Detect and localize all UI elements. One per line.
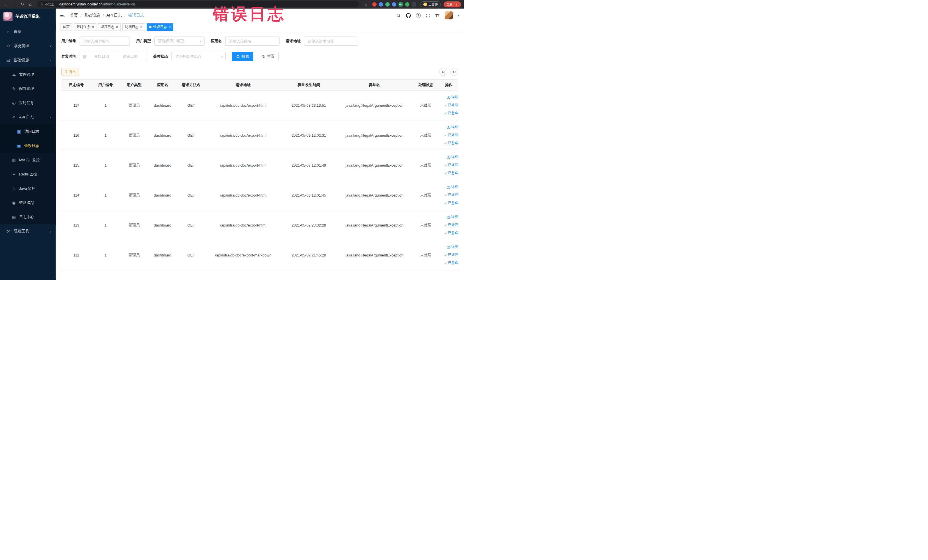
breadcrumb-item[interactable]: API 日志 [107,13,122,18]
sidebar-item-dev-tools[interactable]: ⚒研发工具∨ [0,224,56,238]
reload-icon[interactable]: ↻ [19,1,26,8]
extension-blue-drop-icon[interactable] [379,2,383,6]
sidebar-item-trace[interactable]: ◉链路追踪 [0,196,56,210]
bookmark-star-icon[interactable]: ☆ [363,1,369,8]
warning-icon: ⚠ [41,3,43,6]
sidebar-item-home[interactable]: ⌂首页 [0,24,56,39]
ignored-link[interactable]: ✓已忽略 [439,169,458,177]
sidebar-item-label: API 日志 [19,115,34,120]
column-header: 用户编号 [91,79,120,90]
search-icon[interactable] [396,13,401,18]
caret-down-icon[interactable]: ▾ [458,14,459,17]
sidebar-item-config-management[interactable]: ✎配置管理 [0,82,56,96]
font-size-icon[interactable]: TT [435,13,440,18]
ignored-link[interactable]: ✓已忽略 [439,199,458,207]
processed-link[interactable]: ✓已处理 [439,101,458,109]
smiley-extension-icon [423,3,427,6]
detail-link[interactable]: 详细 [439,183,458,191]
sidebar-item-access-log[interactable]: ▣访问日志 [0,124,56,139]
close-icon[interactable]: × [92,25,94,29]
extension-pin-icon[interactable] [412,2,416,6]
breadcrumb-item[interactable]: 首页 [70,13,78,18]
update-button[interactable]: 更新 ⋮ [444,2,461,8]
detail-link[interactable]: 详细 [439,123,458,131]
sidebar-item-java-monitor[interactable]: ☕Java 监控 [0,182,56,196]
request-url-input[interactable] [304,37,358,46]
extension-red-circle-icon[interactable] [372,2,377,6]
sidebar-item-redis-monitor[interactable]: ✦Redis 监控 [0,167,56,182]
logo[interactable]: 芋道管理系统 [0,9,56,24]
exception-time-range[interactable]: ▦ 开始日期 - 结束日期 [79,52,147,61]
detail-link[interactable]: 详细 [439,153,458,161]
ignored-link[interactable]: ✓已忽略 [439,229,458,237]
cell-user_id: 1 [91,180,120,210]
cell-request_url: /api/infra/db-doc/export-html [205,121,281,150]
app-name-input[interactable] [225,37,279,46]
export-button[interactable]: ↧ 导出 [61,68,79,76]
paused-badge[interactable]: 已暂停 [420,2,441,8]
back-icon[interactable]: ← [3,1,10,8]
user-type-select[interactable]: 请选择用户类型 ∨ [154,37,205,46]
ignored-link[interactable]: ✓已忽略 [439,109,458,117]
sidebar-item-file-management[interactable]: ☁文件管理 [0,67,56,82]
help-icon[interactable]: ? [416,13,421,18]
detail-link[interactable]: 详细 [439,93,458,101]
security-label: 不安全 [45,2,54,6]
sidebar-item-log-center[interactable]: ▧日志中心 [0,210,56,224]
extension-leaf-icon[interactable] [405,2,409,6]
cell-app_name: dashboard [148,240,177,270]
user-id-input[interactable] [79,37,130,46]
close-icon[interactable]: × [169,25,171,29]
reset-button[interactable]: ↻ 重置 [258,52,279,61]
sidebar-item-scheduled-task[interactable]: ◴定时任务 [0,96,56,110]
refresh-button[interactable]: ↻ [450,68,458,76]
sidebar-item-api-log[interactable]: ✐API 日志∧ [0,110,56,124]
security-chip[interactable]: ⚠ 不安全 [41,2,57,6]
menu-toggle-icon[interactable] [60,14,65,17]
address-bar[interactable]: ⚠ 不安全 dashboard.yudao.iocoder.cn/infra/l… [37,1,359,8]
sidebar-item-infrastructure[interactable]: ▤基础设施∧ [0,53,56,67]
processed-link[interactable]: ✓已处理 [439,131,458,139]
search-button[interactable]: 搜索 [232,52,253,61]
ignored-link[interactable]: ✓已忽略 [439,259,458,267]
extension-vue-devtools-icon[interactable] [385,2,390,6]
close-icon[interactable]: × [140,25,142,29]
cell-actions: 详细✓已处理✓已忽略 [439,240,458,270]
extension-on-badge-icon[interactable]: on [398,2,403,6]
cell-user_id: 1 [91,121,120,150]
processed-link[interactable]: ✓已处理 [439,221,458,229]
detail-link[interactable]: 详细 [439,243,458,251]
cell-exception: java.lang.IllegalArgumentException [337,240,412,270]
github-icon[interactable] [406,13,411,18]
tab-scheduled-task[interactable]: 定时任务× [74,23,96,31]
forward-icon[interactable]: → [11,1,18,8]
breadcrumb-item[interactable]: 基础设施 [84,13,100,18]
check-icon: ✓ [444,200,447,207]
ignored-link[interactable]: ✓已忽略 [439,139,458,147]
close-icon[interactable]: × [116,25,118,29]
sidebar-item-system-management[interactable]: ⚙系统管理∨ [0,39,56,53]
fullscreen-icon[interactable] [426,14,430,18]
user-avatar[interactable] [445,11,453,20]
extension-blue-grid-icon[interactable] [392,2,396,6]
processed-link[interactable]: ✓已处理 [439,161,458,169]
browser-home-icon[interactable]: ⌂ [27,1,34,8]
gear-icon: ⚙ [6,44,11,48]
tab-home[interactable]: 首页 [60,23,72,31]
extensions-row: on [372,2,416,6]
detail-link[interactable]: 详细 [439,213,458,221]
sidebar-item-error-log[interactable]: ▣错误日志 [0,139,56,153]
processed-link[interactable]: ✓已处理 [439,191,458,199]
breadcrumb-item[interactable]: 错误日志 [128,13,144,18]
kebab-menu-icon[interactable]: ⋮ [455,2,458,6]
tab-schedule-log[interactable]: 调度日志× [98,23,121,31]
tab-access-log[interactable]: 访问日志× [122,23,145,31]
search-toggle-button[interactable] [439,68,447,76]
process-status-select[interactable]: 请选择处理状态 ∨ [171,52,226,61]
processed-link[interactable]: ✓已处理 [439,251,458,259]
apilog-icon: ✐ [11,115,16,119]
menu-home-icon: ⌂ [6,29,11,34]
tab-error-log[interactable]: 错误日志× [147,23,173,31]
cell-user_type: 管理员 [120,180,148,210]
sidebar-item-mysql-monitor[interactable]: ▥MySQL 监控 [0,153,56,167]
